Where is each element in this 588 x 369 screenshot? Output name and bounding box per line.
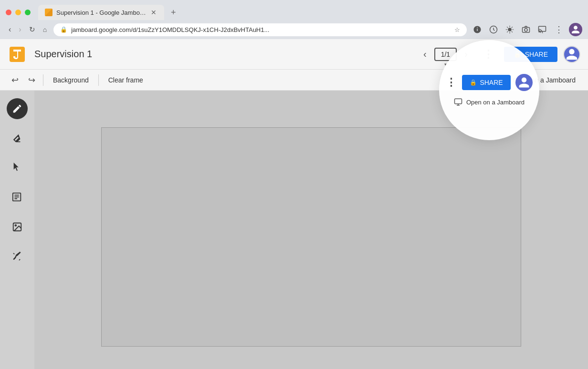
browser-cast-icon[interactable] bbox=[536, 23, 549, 36]
open-jamboard-label: Open on a Jamboard bbox=[513, 76, 576, 84]
sticky-note-tool-button[interactable] bbox=[7, 187, 28, 208]
open-jamboard-button[interactable]: Open on a Jamboard bbox=[494, 72, 580, 88]
minimize-window-button[interactable] bbox=[15, 10, 21, 15]
select-tool-button[interactable] bbox=[7, 157, 28, 178]
browser-camera-icon[interactable] bbox=[519, 23, 533, 36]
tab-title: Supervision 1 - Google Jambo… bbox=[56, 9, 146, 16]
pen-tool-button[interactable] bbox=[7, 98, 28, 119]
browser-history-icon[interactable] bbox=[487, 23, 500, 36]
canvas[interactable] bbox=[101, 127, 521, 347]
home-button[interactable]: ⌂ bbox=[40, 24, 50, 35]
header-right-actions: ⋮ 🔒 SHARE bbox=[479, 46, 580, 63]
eraser-tool-button[interactable] bbox=[7, 128, 28, 149]
tab-close-icon[interactable]: ✕ bbox=[150, 9, 158, 16]
clear-frame-button[interactable]: Clear frame bbox=[103, 73, 149, 87]
canvas-area bbox=[34, 91, 588, 369]
prev-frame-button[interactable]: ‹ bbox=[420, 47, 430, 62]
left-sidebar bbox=[0, 91, 34, 369]
lock-icon: 🔒 bbox=[514, 51, 521, 58]
laser-icon bbox=[12, 251, 22, 262]
main-content bbox=[0, 91, 588, 369]
laser-tool-button[interactable] bbox=[7, 246, 28, 267]
user-avatar[interactable] bbox=[563, 46, 580, 63]
maximize-window-button[interactable] bbox=[25, 10, 31, 15]
traffic-lights bbox=[6, 10, 31, 15]
note-icon bbox=[12, 192, 22, 203]
svg-point-9 bbox=[15, 225, 16, 226]
browser-more-button[interactable]: ⋮ bbox=[552, 23, 566, 36]
image-icon bbox=[12, 222, 22, 232]
app-header: Supervision 1 ‹ 1/1 ▾ › ⋮ 🔒 SHARE bbox=[0, 39, 588, 70]
more-options-button[interactable]: ⋮ bbox=[479, 46, 498, 62]
tab-favicon bbox=[45, 9, 52, 16]
jamboard-logo bbox=[8, 45, 27, 64]
tv-icon bbox=[499, 75, 509, 85]
active-tab[interactable]: Supervision 1 - Google Jambo… ✕ bbox=[38, 5, 164, 20]
toolbar-divider-2 bbox=[98, 74, 99, 86]
svg-point-1 bbox=[508, 28, 512, 31]
new-tab-button[interactable]: + bbox=[166, 6, 181, 20]
browser-profile-avatar[interactable] bbox=[569, 23, 582, 36]
toolbar-divider bbox=[43, 74, 43, 86]
browser-nav-buttons: ‹ › ↻ ⌂ bbox=[6, 23, 50, 36]
next-frame-button[interactable]: › bbox=[461, 47, 472, 62]
app-title: Supervision 1 bbox=[34, 49, 412, 60]
security-lock-icon: 🔒 bbox=[60, 26, 67, 33]
browser-extension-icon[interactable] bbox=[503, 23, 516, 36]
background-button[interactable]: Background bbox=[47, 73, 94, 87]
toolbar: ↩ ↪ Background Clear frame Open on a Jam… bbox=[0, 70, 588, 91]
frame-navigation: ‹ 1/1 ▾ › bbox=[420, 47, 472, 62]
back-button[interactable]: ‹ bbox=[6, 23, 14, 36]
address-bar[interactable]: 🔒 jamboard.google.com/d/1suZzY1OMDDLSQKJ… bbox=[53, 23, 467, 36]
share-button[interactable]: 🔒 SHARE bbox=[504, 47, 557, 62]
cursor-icon bbox=[12, 163, 22, 173]
bookmark-icon[interactable]: ☆ bbox=[454, 26, 460, 33]
browser-toolbar-buttons: ⋮ bbox=[471, 23, 582, 36]
reload-button[interactable]: ↻ bbox=[26, 23, 38, 36]
browser-profiles-icon[interactable] bbox=[471, 23, 484, 36]
svg-rect-6 bbox=[500, 76, 508, 82]
pen-icon bbox=[12, 103, 22, 114]
image-tool-button[interactable] bbox=[7, 216, 28, 237]
eraser-icon bbox=[12, 133, 22, 144]
forward-button[interactable]: › bbox=[16, 23, 24, 36]
close-window-button[interactable] bbox=[6, 10, 11, 15]
redo-button[interactable]: ↪ bbox=[24, 72, 39, 88]
frame-counter[interactable]: 1/1 ▾ bbox=[434, 48, 457, 61]
url-text: jamboard.google.com/d/1suZzY1OMDDLSQKJ-x… bbox=[71, 26, 451, 33]
undo-button[interactable]: ↩ bbox=[8, 72, 22, 88]
svg-point-3 bbox=[525, 29, 527, 31]
